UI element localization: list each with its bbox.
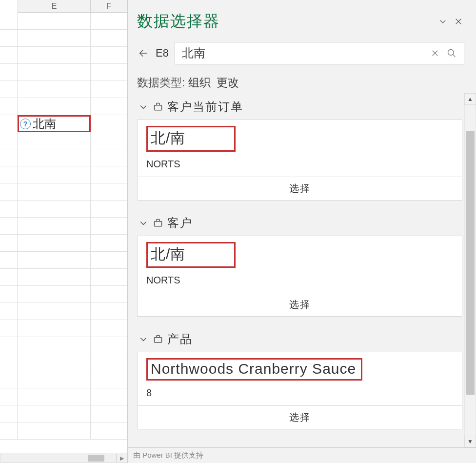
cell[interactable] xyxy=(18,13,91,30)
chevron-down-icon xyxy=(438,17,447,26)
chevron-down-icon xyxy=(139,334,148,344)
cell[interactable] xyxy=(18,235,91,252)
result-title[interactable]: Northwoods Cranberry Sauce xyxy=(146,358,362,381)
cell[interactable] xyxy=(18,132,91,149)
result-title[interactable]: 北/南 xyxy=(146,242,236,268)
search-box[interactable] xyxy=(175,42,464,64)
result-group-header[interactable]: 产品 xyxy=(137,327,462,352)
cell[interactable] xyxy=(18,320,91,337)
cell[interactable] xyxy=(91,371,127,388)
result-group-header[interactable]: 客户 xyxy=(137,211,462,236)
vertical-scrollbar[interactable]: ▲ ▼ xyxy=(464,93,476,447)
cell[interactable] xyxy=(91,354,127,371)
cell[interactable] xyxy=(91,81,127,98)
cell[interactable] xyxy=(91,13,127,30)
select-button[interactable]: 选择 xyxy=(138,293,462,316)
cell[interactable] xyxy=(18,30,91,47)
cell[interactable] xyxy=(18,81,91,98)
cell[interactable] xyxy=(91,115,127,132)
cell-e8-active[interactable]: ? 北南 xyxy=(18,115,91,132)
cell-reference-label: E8 xyxy=(156,47,169,60)
cell[interactable] xyxy=(18,303,91,320)
search-input[interactable] xyxy=(182,46,427,60)
chevron-down-icon xyxy=(139,218,148,228)
cell[interactable] xyxy=(91,286,127,303)
scroll-down-icon[interactable]: ▼ xyxy=(464,436,476,447)
result-group-header[interactable]: 客户当前订单 xyxy=(137,95,462,120)
cell[interactable] xyxy=(91,149,127,166)
cell[interactable] xyxy=(91,132,127,149)
cell[interactable] xyxy=(18,64,91,81)
column-headers: E F xyxy=(0,0,127,13)
cell[interactable] xyxy=(91,388,127,405)
cell[interactable] xyxy=(18,183,91,201)
briefcase-icon xyxy=(153,334,163,344)
cell[interactable] xyxy=(18,405,91,423)
cell[interactable] xyxy=(18,337,91,354)
result-title[interactable]: 北/南 xyxy=(146,126,236,152)
collapse-toggle[interactable] xyxy=(138,218,149,228)
cell[interactable] xyxy=(91,303,127,320)
cell[interactable] xyxy=(91,320,127,337)
collapse-toggle[interactable] xyxy=(138,334,149,344)
group-title: 客户 xyxy=(167,215,193,231)
cell[interactable] xyxy=(91,47,127,64)
group-title: 客户当前订单 xyxy=(167,99,243,115)
cell[interactable] xyxy=(91,166,127,183)
cell[interactable] xyxy=(91,269,127,286)
pane-menu-button[interactable] xyxy=(435,14,451,29)
pane-close-button[interactable] xyxy=(451,14,466,29)
result-card: Northwoods Cranberry Sauce 8 选择 xyxy=(137,352,462,429)
column-header-f[interactable]: F xyxy=(91,0,127,13)
svg-point-5 xyxy=(448,50,454,56)
data-type-line: 数据类型: 组织 更改 xyxy=(128,67,476,93)
cell[interactable] xyxy=(18,149,91,166)
cell[interactable] xyxy=(91,405,127,423)
cell[interactable] xyxy=(18,354,91,371)
search-button[interactable] xyxy=(443,45,460,61)
scroll-up-icon[interactable]: ▲ xyxy=(464,93,476,105)
cell[interactable] xyxy=(91,423,127,440)
pane-footer: 由 Power BI 提供支持 xyxy=(128,447,476,463)
cell[interactable] xyxy=(18,201,91,218)
arrow-left-icon xyxy=(138,48,149,59)
cell[interactable] xyxy=(18,388,91,405)
horizontal-scrollbar[interactable]: ▶ xyxy=(0,453,127,463)
collapse-toggle[interactable] xyxy=(138,101,149,112)
cell[interactable] xyxy=(18,286,91,303)
back-button[interactable] xyxy=(137,47,150,60)
column-header-e[interactable]: E xyxy=(18,0,91,13)
cell[interactable] xyxy=(91,252,127,269)
search-icon xyxy=(447,48,456,58)
results-list: 客户当前订单 北/南 NORTS 选择 xyxy=(128,93,464,447)
cell[interactable] xyxy=(91,30,127,47)
close-icon xyxy=(454,17,463,26)
cell[interactable] xyxy=(91,218,127,235)
cell[interactable] xyxy=(91,64,127,81)
cell[interactable] xyxy=(91,337,127,354)
cell[interactable] xyxy=(18,218,91,235)
svg-line-6 xyxy=(453,55,456,57)
cell[interactable] xyxy=(18,371,91,388)
select-button[interactable]: 选择 xyxy=(138,177,462,200)
scrollbar-thumb[interactable] xyxy=(466,131,475,395)
svg-rect-9 xyxy=(155,338,162,342)
cell[interactable] xyxy=(18,252,91,269)
cell[interactable] xyxy=(18,98,91,115)
cell[interactable] xyxy=(18,166,91,183)
result-subtitle: NORTS xyxy=(146,275,453,286)
cell[interactable] xyxy=(18,423,91,440)
cell[interactable] xyxy=(91,98,127,115)
scroll-right-icon[interactable]: ▶ xyxy=(117,454,127,463)
cell[interactable] xyxy=(18,47,91,64)
cell[interactable] xyxy=(18,269,91,286)
cell[interactable] xyxy=(91,183,127,201)
clear-search-button[interactable] xyxy=(427,45,443,61)
cell[interactable] xyxy=(91,235,127,252)
scrollbar-thumb[interactable] xyxy=(88,455,104,462)
data-selector-pane: 数据选择器 E8 数据类型: xyxy=(128,0,476,463)
change-type-link[interactable]: 更改 xyxy=(217,76,239,89)
select-button[interactable]: 选择 xyxy=(138,405,462,429)
spreadsheet-grid: E F ? 北南 xyxy=(0,0,128,463)
cell[interactable] xyxy=(91,201,127,218)
